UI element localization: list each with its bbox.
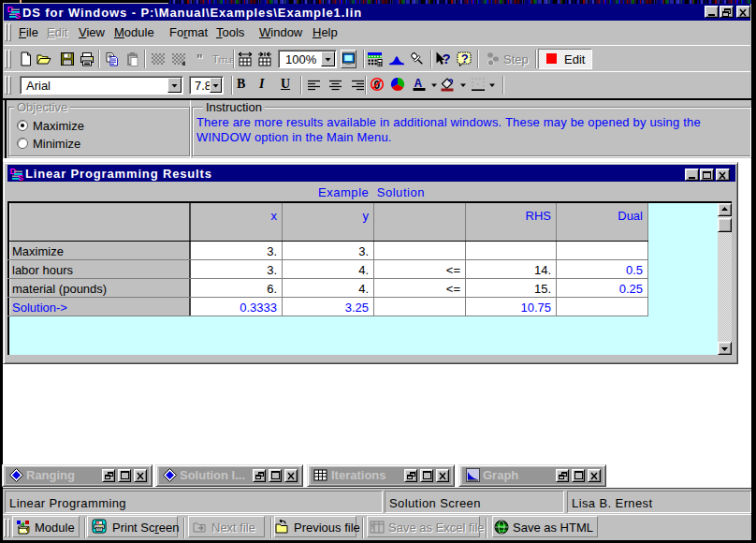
svg-text:A: A (414, 77, 423, 90)
svg-text:?: ? (443, 51, 451, 66)
svg-text:S: S (15, 11, 21, 20)
svg-text:?: ? (461, 51, 469, 66)
svg-text:S: S (18, 173, 23, 182)
